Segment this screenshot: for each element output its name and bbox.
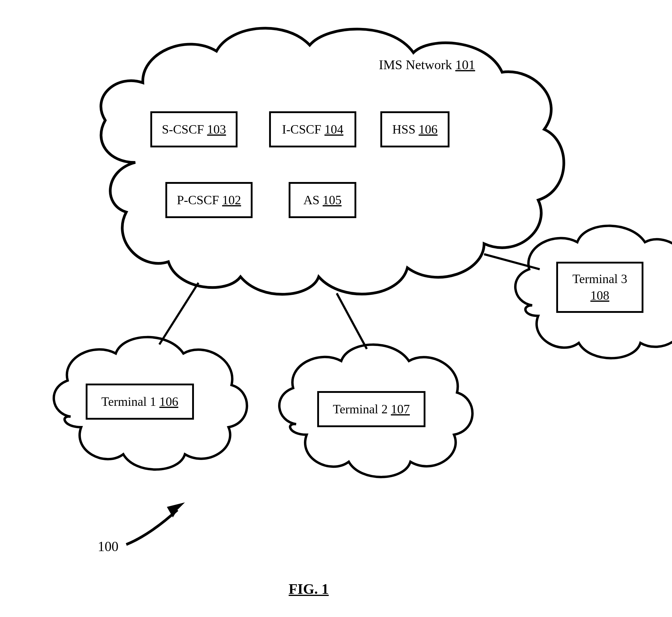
scscf-label: S-CSCF: [162, 123, 204, 136]
icscf-ref: 104: [324, 123, 343, 136]
terminal3-label: Terminal 3: [573, 271, 628, 287]
box-terminal1: Terminal 1 106: [86, 384, 194, 420]
box-hss: HSS 106: [380, 111, 449, 148]
box-terminal3: Terminal 3 108: [556, 262, 643, 313]
figure-caption-text: FIG. 1: [289, 581, 329, 597]
box-terminal2: Terminal 2 107: [317, 391, 425, 427]
cloud-ims: [101, 28, 564, 294]
terminal2-ref: 107: [391, 402, 410, 416]
system-ref-100: 100: [98, 539, 118, 555]
hss-ref: 106: [418, 123, 437, 136]
system-ref-text: 100: [98, 539, 118, 554]
terminal2-label: Terminal 2: [333, 402, 388, 416]
ims-network-ref: 101: [455, 57, 475, 72]
scscf-ref: 103: [207, 123, 226, 136]
pcscf-ref: 102: [222, 193, 241, 207]
hss-label: HSS: [392, 123, 415, 136]
ims-network-title: IMS Network 101: [379, 57, 475, 72]
link-ims-term3: [484, 254, 540, 269]
figure-caption: FIG. 1: [289, 581, 329, 597]
ims-network-label: IMS Network: [379, 57, 452, 72]
box-pcscf: P-CSCF 102: [165, 182, 253, 218]
diagram-canvas: IMS Network 101 S-CSCF 103 I-CSCF 104 HS…: [0, 0, 672, 617]
box-icscf: I-CSCF 104: [269, 111, 356, 148]
link-ims-term1: [159, 283, 199, 345]
icscf-label: I-CSCF: [282, 123, 321, 136]
pcscf-label: P-CSCF: [177, 193, 219, 207]
box-scscf: S-CSCF 103: [150, 111, 238, 148]
terminal3-ref: 108: [573, 287, 628, 304]
as-ref: 105: [323, 193, 342, 207]
box-as: AS 105: [289, 182, 356, 218]
as-label: AS: [303, 193, 320, 207]
link-ims-term2: [337, 293, 367, 349]
terminal1-label: Terminal 1: [101, 395, 156, 409]
arrow-100: [126, 510, 178, 545]
terminal1-ref: 106: [159, 395, 178, 409]
